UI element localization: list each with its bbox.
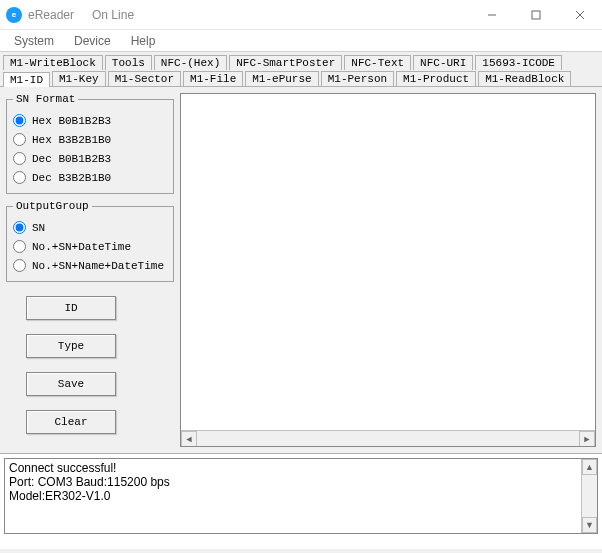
- status-line: Connect successful!: [9, 461, 593, 475]
- radio-input[interactable]: [13, 133, 26, 146]
- tab-15693-icode[interactable]: 15693-ICODE: [475, 55, 562, 70]
- radio-input[interactable]: [13, 114, 26, 127]
- close-button[interactable]: [558, 0, 602, 30]
- button-column: ID Type Save Clear: [6, 288, 174, 434]
- clear-button[interactable]: Clear: [26, 410, 116, 434]
- scroll-right-icon[interactable]: ►: [579, 431, 595, 447]
- output-group-option[interactable]: No.+SN+Name+DateTime: [13, 256, 167, 275]
- sn-format-legend: SN Format: [13, 93, 78, 105]
- menu-system[interactable]: System: [4, 32, 64, 50]
- tab-m1-file[interactable]: M1-File: [183, 71, 243, 86]
- type-button[interactable]: Type: [26, 334, 116, 358]
- minimize-button[interactable]: [470, 0, 514, 30]
- left-panel: SN Format Hex B0B1B2B3Hex B3B2B1B0Dec B0…: [0, 87, 180, 453]
- sn-format-option[interactable]: Hex B0B1B2B3: [13, 111, 167, 130]
- tab-m1-writeblock[interactable]: M1-WriteBlock: [3, 55, 103, 70]
- tab-m1-id[interactable]: M1-ID: [3, 72, 50, 87]
- bottom-bar: [0, 549, 602, 553]
- horizontal-scrollbar[interactable]: ◄ ►: [181, 430, 595, 446]
- tab-m1-product[interactable]: M1-Product: [396, 71, 476, 86]
- scroll-down-icon[interactable]: ▼: [582, 517, 597, 533]
- radio-label: Dec B3B2B1B0: [32, 172, 111, 184]
- tab-nfc-smartposter[interactable]: NFC-SmartPoster: [229, 55, 342, 70]
- minimize-icon: [487, 10, 497, 20]
- save-button[interactable]: Save: [26, 372, 116, 396]
- title-bar: e eReader On Line: [0, 0, 602, 30]
- radio-input[interactable]: [13, 171, 26, 184]
- content-area: SN Format Hex B0B1B2B3Hex B3B2B1B0Dec B0…: [0, 87, 602, 454]
- output-group: OutputGroup SNNo.+SN+DateTimeNo.+SN+Name…: [6, 200, 174, 282]
- id-button[interactable]: ID: [26, 296, 116, 320]
- status-log[interactable]: Connect successful! Port: COM3 Baud:1152…: [4, 458, 598, 534]
- sn-format-option[interactable]: Hex B3B2B1B0: [13, 130, 167, 149]
- output-group-option[interactable]: No.+SN+DateTime: [13, 237, 167, 256]
- tab-strip: M1-WriteBlockToolsNFC-(Hex)NFC-SmartPost…: [0, 52, 602, 87]
- vertical-scrollbar[interactable]: ▲ ▼: [581, 459, 597, 533]
- radio-label: No.+SN+DateTime: [32, 241, 131, 253]
- close-icon: [575, 10, 585, 20]
- menu-device[interactable]: Device: [64, 32, 121, 50]
- radio-input[interactable]: [13, 152, 26, 165]
- status-line: Port: COM3 Baud:115200 bps: [9, 475, 593, 489]
- tab-m1-sector[interactable]: M1-Sector: [108, 71, 181, 86]
- status-line: Model:ER302-V1.0: [9, 489, 593, 503]
- tab-m1-epurse[interactable]: M1-ePurse: [245, 71, 318, 86]
- tab-nfc-text[interactable]: NFC-Text: [344, 55, 411, 70]
- sn-format-option[interactable]: Dec B0B1B2B3: [13, 149, 167, 168]
- radio-label: Hex B3B2B1B0: [32, 134, 111, 146]
- maximize-icon: [531, 10, 541, 20]
- tab-tools[interactable]: Tools: [105, 55, 152, 70]
- menu-help[interactable]: Help: [121, 32, 166, 50]
- output-group-legend: OutputGroup: [13, 200, 92, 212]
- tab-m1-key[interactable]: M1-Key: [52, 71, 106, 86]
- connection-status: On Line: [92, 8, 134, 22]
- scroll-up-icon[interactable]: ▲: [582, 459, 597, 475]
- app-icon: e: [6, 7, 22, 23]
- sn-format-group: SN Format Hex B0B1B2B3Hex B3B2B1B0Dec B0…: [6, 93, 174, 194]
- radio-input[interactable]: [13, 221, 26, 234]
- radio-input[interactable]: [13, 259, 26, 272]
- maximize-button[interactable]: [514, 0, 558, 30]
- tab-m1-person[interactable]: M1-Person: [321, 71, 394, 86]
- svg-rect-1: [532, 11, 540, 19]
- window-title: eReader: [28, 8, 74, 22]
- radio-input[interactable]: [13, 240, 26, 253]
- tab-m1-readblock[interactable]: M1-ReadBlock: [478, 71, 571, 86]
- output-textarea[interactable]: ◄ ►: [180, 93, 596, 447]
- tab-nfc-uri[interactable]: NFC-URI: [413, 55, 473, 70]
- sn-format-option[interactable]: Dec B3B2B1B0: [13, 168, 167, 187]
- radio-label: SN: [32, 222, 45, 234]
- scroll-left-icon[interactable]: ◄: [181, 431, 197, 447]
- output-group-option[interactable]: SN: [13, 218, 167, 237]
- radio-label: No.+SN+Name+DateTime: [32, 260, 164, 272]
- tab-nfc-hex-[interactable]: NFC-(Hex): [154, 55, 227, 70]
- radio-label: Dec B0B1B2B3: [32, 153, 111, 165]
- menu-bar: System Device Help: [0, 30, 602, 52]
- radio-label: Hex B0B1B2B3: [32, 115, 111, 127]
